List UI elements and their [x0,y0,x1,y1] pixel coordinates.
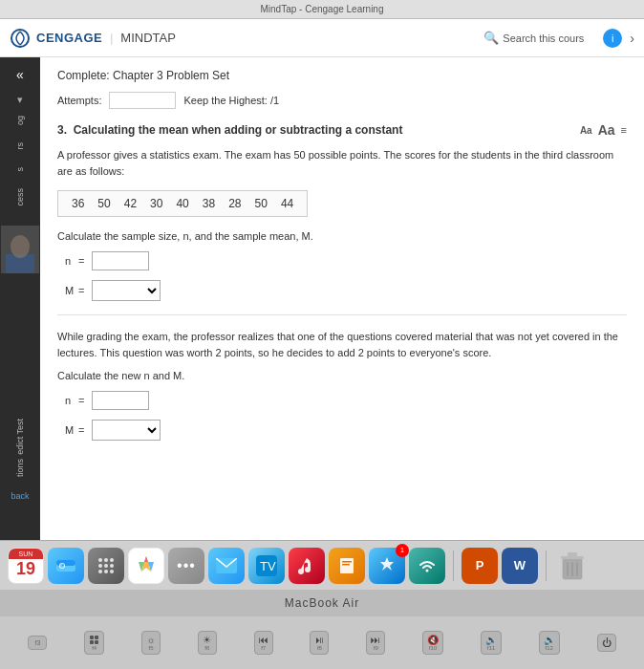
sidebar: « ▾ og rs s cess edict Test tions back [0,57,40,540]
m2-label: M [65,424,71,436]
svg-point-13 [104,564,108,568]
svg-point-8 [62,564,63,565]
content-wrapper: Complete: Chapter 3 Problem Set Attempts… [40,57,644,540]
n2-answer-input[interactable] [92,391,149,410]
svg-point-24 [426,569,429,572]
sidebar-edict-test[interactable]: edict Test [15,419,25,455]
books-icon[interactable] [329,548,365,584]
app-icon[interactable]: TV [248,548,285,584]
svg-rect-5 [56,560,75,566]
key-f10[interactable]: 🔇 f10 [422,631,443,655]
sidebar-item-cess[interactable]: cess [15,188,25,206]
search-area[interactable]: 🔍 Search this cours [483,31,584,45]
svg-point-16 [104,570,108,573]
question-header: 3. Calculating the mean when adding or s… [57,122,627,138]
sidebar-thumbnail [1,226,39,273]
score-4: 40 [176,197,188,210]
key-f12[interactable]: 🔊 f12 [539,631,560,655]
calendar-date: 19 [16,559,35,580]
m-answer-dropdown[interactable] [92,280,161,301]
key-f3[interactable]: f3 [28,636,47,650]
sidebar-down-arrow[interactable]: ▾ [17,94,23,106]
sidebar-collapse-button[interactable]: « [12,63,28,86]
key-group-power: ⏻ [597,634,616,652]
sidebar-items: og rs s cess [0,116,40,206]
key-group-f7: ⏮ f7 [254,631,273,655]
svg-rect-26 [561,556,584,559]
nav-icons: i › [603,29,634,48]
key-f6[interactable]: ☀ f6 [198,631,217,655]
info-button[interactable]: i [603,29,622,48]
new-calc-label: Calculate the new n and M. [57,370,627,381]
calendar-icon[interactable]: SUN 19 [8,548,44,584]
svg-point-12 [98,564,102,568]
word-icon[interactable]: W [502,548,538,584]
trash-icon[interactable] [554,548,590,584]
key-f9[interactable]: ⏭ f9 [366,631,385,655]
key-f5[interactable]: ☼ f5 [141,631,161,655]
key-power[interactable]: ⏻ [597,634,616,652]
launchpad-icon[interactable] [88,548,124,584]
cengage-text: CENGAGE [36,31,102,45]
key-group-f10: 🔇 f10 [422,631,443,655]
svg-point-10 [104,558,108,562]
attempts-input[interactable] [109,92,176,109]
photos-icon[interactable] [128,548,164,584]
key-f7[interactable]: ⏮ f7 [254,631,273,655]
score-2: 42 [124,197,137,210]
svg-text:TV: TV [260,559,276,573]
mail-icon[interactable] [208,548,245,584]
n-equals: = [78,255,84,267]
sidebar-back-button[interactable]: back [11,491,29,501]
svg-rect-22 [342,561,352,563]
m-input-row: M = [65,280,627,301]
powerpoint-icon[interactable]: P [462,548,498,584]
m2-answer-dropdown[interactable] [92,420,161,441]
appstore-wrapper: 1 [369,548,405,584]
sidebar-tions[interactable]: tions [15,459,25,477]
mindtap-text: MINDTAP [120,31,176,45]
n2-equals: = [78,395,84,406]
key-group-f9: ⏭ f9 [366,631,385,655]
key-f4[interactable]: f4 [84,631,104,655]
logo-divider: | [110,32,113,45]
main-container: « ▾ og rs s cess edict Test tions back [0,57,644,540]
sidebar-item-rs[interactable]: rs [15,142,25,150]
m2-input-row: M = [65,420,627,441]
wifi-icon[interactable] [409,548,445,584]
sidebar-image [1,226,39,273]
attempts-label: Attempts: [57,95,101,106]
n-answer-input[interactable] [92,251,149,270]
powerpoint-label: P [476,558,484,572]
m-label: M [65,285,71,296]
font-large-button[interactable]: Aa [598,122,615,138]
svg-point-9 [98,558,102,562]
score-1: 50 [97,197,110,210]
key-group-f5: ☼ f5 [141,631,161,655]
n2-input-row: n = [65,391,627,410]
font-controls: Aa Aa ≡ [580,122,627,138]
search-text: Search this cours [503,32,584,44]
key-f11[interactable]: 🔈 f11 [481,631,502,655]
key-f8[interactable]: ⏯ f8 [310,631,329,655]
word-label: W [514,558,526,572]
main-content: Complete: Chapter 3 Problem Set Attempts… [40,57,644,540]
font-small-button[interactable]: Aa [580,125,592,136]
question-title-text: Calculating the mean when adding or subt… [74,123,403,137]
dots-icon[interactable]: ••• [168,548,204,584]
calculate-label: Calculate the sample size, n, and the sa… [57,230,627,242]
sidebar-item-s[interactable]: s [15,167,25,172]
taskbar: SUN 19 ••• TV [0,540,644,590]
macbook-text: MacBook Air [285,596,359,610]
navbar: CENGAGE | MINDTAP 🔍 Search this cours i … [0,19,644,57]
finder-icon[interactable] [48,548,84,584]
score-0: 36 [72,197,84,210]
music-icon[interactable] [289,548,325,584]
macbook-label: MacBook Air [0,590,644,616]
nav-next-arrow[interactable]: › [630,31,634,46]
sidebar-item-og[interactable]: og [15,116,25,125]
score-8: 44 [281,197,293,210]
text-options-icon[interactable]: ≡ [621,124,627,136]
n-input-row: n = [65,251,627,270]
search-icon: 🔍 [483,31,499,45]
